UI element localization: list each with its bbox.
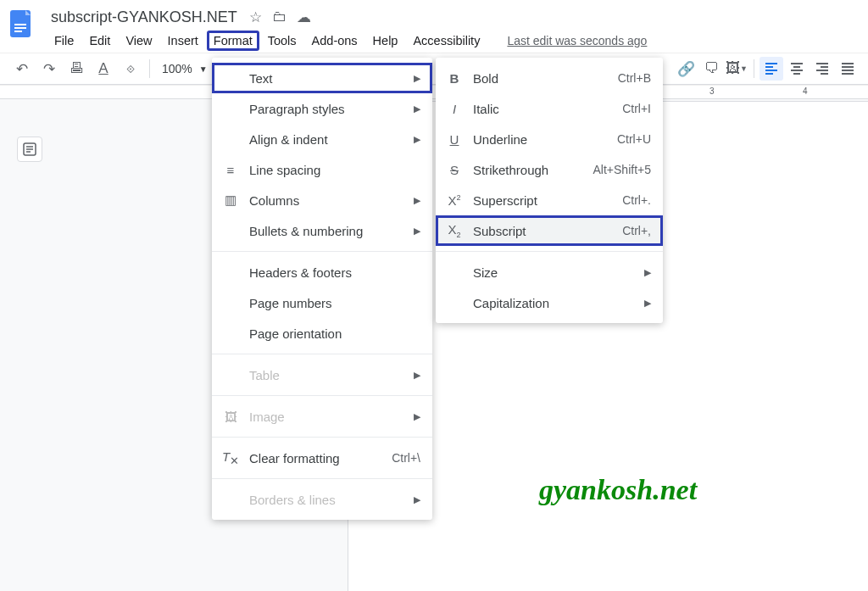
- menu-item-line-spacing[interactable]: ≡Line spacing: [212, 154, 432, 185]
- menu-help[interactable]: Help: [366, 31, 405, 51]
- move-icon[interactable]: 🗀: [272, 8, 287, 26]
- comment-icon[interactable]: 🗨: [699, 57, 723, 81]
- menu-item-size[interactable]: Size▶: [436, 257, 663, 287]
- watermark-text: gyankosh.net: [539, 474, 697, 506]
- underline-icon: U: [446, 132, 463, 147]
- editor-canvas: 3 4: [0, 85, 868, 591]
- menu-item-superscript[interactable]: X2SuperscriptCtrl+.: [436, 185, 663, 215]
- svg-rect-2: [14, 27, 26, 29]
- menu-item-subscript[interactable]: X2SubscriptCtrl+,: [436, 215, 663, 246]
- redo-icon[interactable]: ↷: [37, 57, 61, 81]
- last-edit-link[interactable]: Last edit was seconds ago: [500, 31, 654, 51]
- docs-logo-icon[interactable]: [7, 8, 41, 42]
- menu-edit[interactable]: Edit: [82, 31, 117, 51]
- menu-item-strikethrough[interactable]: SStrikethroughAlt+Shift+5: [436, 154, 663, 185]
- subscript-icon: X2: [446, 222, 463, 239]
- image-icon: 🖼: [222, 410, 239, 424]
- link-icon[interactable]: 🔗: [674, 57, 698, 81]
- menu-item-page-orientation[interactable]: Page orientation: [212, 318, 432, 348]
- document-title[interactable]: subscript-GYANKOSH.NET: [47, 7, 241, 28]
- separator: [149, 59, 150, 78]
- text-submenu: BBoldCtrl+B IItalicCtrl+I UUnderlineCtrl…: [436, 58, 663, 323]
- ruler[interactable]: 3 4: [0, 86, 868, 99]
- menu-item-text[interactable]: Text▶: [212, 63, 432, 93]
- outline-toggle-icon[interactable]: [17, 137, 42, 162]
- menu-item-bullets-numbering[interactable]: Bullets & numbering▶: [212, 215, 432, 246]
- menu-item-page-numbers[interactable]: Page numbers: [212, 287, 432, 318]
- cloud-icon[interactable]: ☁: [297, 8, 311, 26]
- menu-addons[interactable]: Add-ons: [305, 31, 364, 51]
- menu-separator: [436, 251, 663, 252]
- menu-item-italic[interactable]: IItalicCtrl+I: [436, 93, 663, 124]
- menu-item-table: Table▶: [212, 360, 432, 390]
- svg-rect-1: [14, 24, 26, 25]
- align-justify-icon[interactable]: [836, 57, 860, 81]
- menu-item-paragraph-styles[interactable]: Paragraph styles▶: [212, 93, 432, 124]
- menu-item-clear-formatting[interactable]: T✕Clear formattingCtrl+\: [212, 443, 432, 473]
- menu-item-bold[interactable]: BBoldCtrl+B: [436, 63, 663, 93]
- svg-rect-3: [14, 31, 22, 32]
- menu-item-align-indent[interactable]: Align & indent▶: [212, 124, 432, 154]
- menu-item-headers-footers[interactable]: Headers & footers: [212, 257, 432, 287]
- spellcheck-icon[interactable]: A: [92, 57, 115, 81]
- star-icon[interactable]: ☆: [249, 8, 262, 26]
- menu-item-borders-lines: Borders & lines▶: [212, 484, 432, 515]
- menu-insert[interactable]: Insert: [161, 31, 205, 51]
- paint-format-icon[interactable]: ⟐: [119, 57, 142, 81]
- menubar: File Edit View Insert Format Tools Add-o…: [47, 31, 858, 51]
- clear-formatting-icon: T✕: [222, 449, 239, 467]
- menu-accessibility[interactable]: Accessibility: [406, 31, 487, 51]
- menu-item-underline[interactable]: UUnderlineCtrl+U: [436, 124, 663, 154]
- superscript-icon: X2: [446, 193, 463, 208]
- image-insert-icon[interactable]: 🖼 ▼: [725, 57, 748, 81]
- menu-item-image: 🖼Image▶: [212, 401, 432, 432]
- line-spacing-icon: ≡: [222, 163, 239, 177]
- zoom-selector[interactable]: 100%▼: [157, 62, 213, 75]
- strikethrough-icon: S: [446, 163, 463, 177]
- menu-item-capitalization[interactable]: Capitalization▶: [436, 287, 663, 318]
- menu-file[interactable]: File: [47, 31, 81, 51]
- format-menu: Text▶ Paragraph styles▶ Align & indent▶ …: [212, 58, 432, 520]
- separator: [754, 59, 754, 78]
- menu-separator: [212, 395, 432, 396]
- menu-view[interactable]: View: [119, 31, 159, 51]
- align-right-icon[interactable]: [810, 57, 834, 81]
- menu-format[interactable]: Format: [207, 31, 259, 51]
- undo-icon[interactable]: ↶: [10, 57, 34, 81]
- columns-icon: ▥: [222, 192, 239, 208]
- bold-icon: B: [446, 71, 463, 86]
- menu-item-columns[interactable]: ▥Columns▶: [212, 185, 432, 215]
- menu-separator: [212, 437, 432, 438]
- italic-icon: I: [446, 102, 463, 116]
- print-icon[interactable]: 🖶: [64, 57, 88, 81]
- menu-separator: [212, 354, 432, 354]
- align-left-icon[interactable]: [760, 57, 783, 81]
- menu-separator: [212, 251, 432, 252]
- menu-separator: [212, 478, 432, 479]
- toolbar: ↶ ↷ 🖶 A ⟐ 100%▼ 🔗 🗨 🖼 ▼: [0, 53, 868, 85]
- menu-tools[interactable]: Tools: [261, 31, 303, 51]
- align-center-icon[interactable]: [785, 57, 809, 81]
